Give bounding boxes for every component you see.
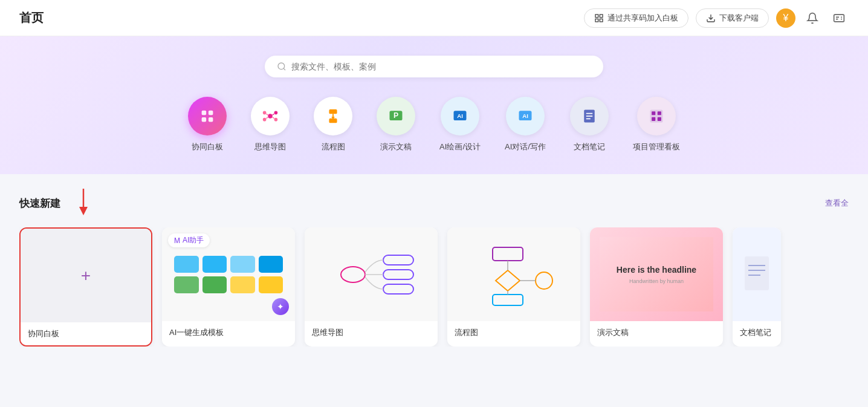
tool-item-whiteboard[interactable]: 协同白板	[188, 97, 227, 152]
project-icon-circle	[637, 97, 676, 135]
tool-item-presentation[interactable]: P 演示文稿	[377, 97, 415, 152]
svg-rect-48	[493, 295, 523, 305]
ai-tile-8	[259, 276, 283, 293]
svg-rect-10	[202, 117, 207, 122]
header-actions: 通过共享码加入白板 下载客户端 ¥	[584, 8, 849, 28]
flowchart-label: 流程图	[322, 142, 345, 152]
ai-tile-3	[230, 256, 255, 273]
download-icon	[706, 13, 716, 23]
doc-notes-thumbnail	[733, 227, 781, 321]
ai-sparkle-button[interactable]: ✦	[272, 298, 289, 315]
svg-rect-37	[658, 111, 661, 115]
pres-headline: Here is the headline	[617, 265, 696, 275]
ai-template-card[interactable]: M AI助手 ✦ AI一键生成模板	[162, 227, 295, 347]
mindmap-icon-circle	[251, 97, 290, 135]
svg-rect-9	[209, 111, 213, 116]
ai-badge-text: AI助手	[183, 235, 204, 246]
ai-tile-2	[202, 256, 227, 273]
quick-create-cards: + 协同白板 M AI助手	[19, 227, 849, 347]
ai-badge: M AI助手	[168, 233, 210, 247]
presentation-card-label: 演示文稿	[590, 321, 723, 344]
download-client-button[interactable]: 下载客户端	[696, 8, 769, 28]
doc-notes-icon	[581, 108, 598, 125]
presentation-icon-circle: P	[377, 97, 415, 135]
svg-rect-53	[745, 256, 769, 290]
banner-section: 协同白板 思维导图	[0, 36, 868, 174]
arrow-indicator	[75, 189, 92, 218]
tool-item-mindmap[interactable]: 思维导图	[251, 97, 290, 152]
svg-rect-0	[595, 15, 598, 18]
presentation-icon: P	[387, 108, 404, 125]
user-card-icon[interactable]	[829, 8, 849, 28]
svg-line-18	[267, 117, 268, 119]
svg-rect-46	[493, 247, 523, 261]
ai-tile-5	[174, 276, 199, 293]
svg-point-42	[341, 267, 365, 282]
presentation-label: 演示文稿	[380, 142, 412, 152]
ai-writing-icon-circle: AI	[506, 97, 545, 135]
svg-point-15	[274, 111, 278, 115]
svg-marker-47	[496, 270, 520, 291]
tool-item-ai-writing[interactable]: AI AI对话/写作	[505, 97, 546, 152]
ai-tile-1	[174, 256, 199, 273]
tool-item-flowchart[interactable]: 流程图	[314, 97, 352, 152]
ai-design-label: AI绘画/设计	[439, 142, 481, 152]
ai-tile-6	[202, 276, 227, 293]
flowchart-icon-circle	[314, 97, 352, 135]
doc-notes-card[interactable]: 文档笔记	[733, 227, 781, 347]
app-header: 首页 通过共享码加入白板 下载客户端 ¥	[0, 0, 868, 36]
new-whiteboard-card[interactable]: + 协同白板	[19, 227, 152, 347]
quick-create-title: 快速新建	[19, 197, 60, 210]
svg-rect-3	[600, 19, 603, 22]
main-content: 快速新建 查看全 + 协同白板	[0, 174, 868, 361]
tool-item-doc-notes[interactable]: 文档笔记	[570, 97, 609, 152]
search-bar[interactable]	[265, 56, 603, 77]
svg-line-17	[267, 114, 268, 115]
whiteboard-label: 协同白板	[192, 142, 223, 152]
flowchart-icon	[324, 107, 342, 125]
tool-icons-row: 协同白板 思维导图	[188, 97, 680, 152]
mindmap-label: 思维导图	[254, 142, 286, 152]
doc-notes-card-label: 文档笔记	[733, 321, 781, 344]
svg-point-6	[278, 63, 285, 70]
doc-notes-icon-circle	[570, 97, 609, 135]
section-header: 快速新建 查看全	[19, 189, 849, 218]
ai-template-thumbnail: M AI助手 ✦	[162, 227, 295, 321]
search-input[interactable]	[291, 62, 591, 71]
project-icon	[648, 108, 665, 125]
flowchart-card-label: 流程图	[447, 321, 580, 344]
tool-item-project[interactable]: 项目管理看板	[633, 97, 680, 152]
flowchart-card-thumbnail	[447, 227, 580, 321]
svg-rect-36	[652, 111, 655, 115]
doc-notes-svg	[739, 250, 775, 299]
ai-template-label: AI一键生成模板	[162, 321, 295, 344]
mindmap-card-thumbnail	[305, 227, 438, 321]
flowchart-svg	[465, 241, 562, 308]
join-whiteboard-button[interactable]: 通过共享码加入白板	[584, 8, 688, 28]
svg-rect-21	[329, 109, 337, 114]
share-code-icon	[594, 13, 604, 23]
svg-line-7	[283, 68, 285, 70]
user-avatar[interactable]: ¥	[776, 8, 795, 28]
mindmap-card[interactable]: 思维导图	[305, 227, 438, 347]
svg-rect-5	[834, 15, 844, 22]
svg-rect-43	[383, 255, 413, 265]
ai-writing-icon: AI	[517, 108, 534, 125]
search-icon	[277, 62, 287, 71]
flowchart-card[interactable]: 流程图	[447, 227, 580, 347]
tool-item-ai-design[interactable]: AI AI绘画/设计	[439, 97, 481, 152]
whiteboard-icon-circle	[188, 97, 227, 135]
view-all-link[interactable]: 查看全	[825, 198, 849, 209]
ai-badge-icon: M	[174, 236, 180, 245]
mindmap-svg	[323, 244, 419, 305]
svg-rect-8	[202, 111, 207, 116]
svg-rect-39	[658, 117, 661, 121]
svg-point-16	[274, 118, 278, 122]
svg-rect-11	[209, 117, 213, 122]
mindmap-card-label: 思维导图	[305, 321, 438, 344]
presentation-card[interactable]: Here is the headline Handwritten by huma…	[590, 227, 723, 347]
notification-bell-icon[interactable]	[803, 8, 822, 28]
ai-tile-4	[259, 256, 283, 273]
page-title: 首页	[19, 10, 44, 26]
doc-notes-label: 文档笔记	[574, 142, 605, 152]
